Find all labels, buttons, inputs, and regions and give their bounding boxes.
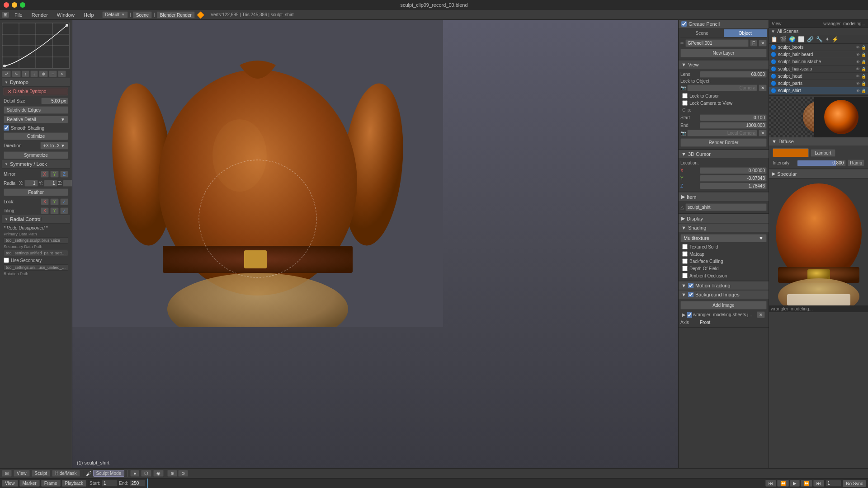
lock-cursor-checkbox[interactable] xyxy=(682,93,688,99)
add-image-btn[interactable]: Add Image xyxy=(680,301,767,310)
lens-input[interactable] xyxy=(700,71,767,78)
ao-checkbox[interactable] xyxy=(682,273,688,278)
tiling-z-btn[interactable]: Z xyxy=(60,207,68,214)
workspace-selector[interactable]: ⊞ xyxy=(2,12,9,18)
shading-header[interactable]: ▼ Shading xyxy=(679,224,769,232)
camera-x-btn[interactable]: ✕ xyxy=(759,84,767,91)
viewport-type-selector[interactable]: Scene xyxy=(133,11,152,19)
matcap-checkbox[interactable] xyxy=(682,251,688,257)
render-border-btn[interactable]: Render Border xyxy=(680,138,767,147)
lock-y-btn[interactable]: Y xyxy=(50,198,59,205)
timeline-view-btn[interactable]: View xyxy=(2,480,18,487)
grease-pencil-header[interactable]: Grease Pencil xyxy=(679,20,769,28)
object-icon-btn[interactable]: ⬜ xyxy=(797,36,806,42)
renderer-selector[interactable]: Blender Render xyxy=(157,11,195,19)
radial-z-input[interactable] xyxy=(63,180,72,187)
item-header[interactable]: ▶ Item xyxy=(679,192,769,201)
tree-item-scalp[interactable]: 🔵 sculpt_hair-scalp 👁 🔒 xyxy=(769,66,868,73)
timeline-frame-btn[interactable]: Frame xyxy=(41,480,61,487)
sync-selector[interactable]: No Sync xyxy=(843,480,866,487)
timeline-ruler[interactable] xyxy=(147,479,764,488)
camera-field[interactable] xyxy=(687,84,757,91)
gp-x-btn[interactable]: ✕ xyxy=(759,40,767,47)
curve-down[interactable]: ↓ xyxy=(30,70,38,77)
menu-window[interactable]: Window xyxy=(53,11,78,19)
shader-lambert-btn[interactable]: Lambert xyxy=(811,149,835,157)
physics-icon[interactable]: ⚡ xyxy=(831,36,840,42)
mirror-y-btn[interactable]: Y xyxy=(50,171,59,178)
local-camera-field[interactable] xyxy=(687,130,757,136)
curve-widget[interactable] xyxy=(2,23,70,69)
curve-remove[interactable]: − xyxy=(49,70,57,77)
menu-file[interactable]: File xyxy=(11,11,26,19)
constraints-icon[interactable]: 🔗 xyxy=(806,36,815,42)
curve-up[interactable]: ↑ xyxy=(22,70,29,77)
textured-solid-checkbox[interactable] xyxy=(682,244,688,249)
solid-mode-btn[interactable]: ● xyxy=(130,470,139,477)
disable-dyntopo-btn[interactable]: ✕ Disable Dyntopo xyxy=(4,88,68,95)
lock-camera-checkbox[interactable] xyxy=(682,100,688,106)
clip-end-input[interactable] xyxy=(700,122,767,129)
symmetrize-btn[interactable]: Symmetrize xyxy=(4,151,68,159)
tl-end-input[interactable] xyxy=(130,480,146,487)
maximize-button[interactable] xyxy=(20,2,25,8)
curve-clear[interactable]: × xyxy=(58,70,66,77)
cursor-x-input[interactable] xyxy=(700,167,767,174)
motion-tracking-header[interactable]: ▼ Motion Tracking xyxy=(679,282,769,290)
tree-item-shirt[interactable]: 🔵 sculpt_shirt 👁 🔒 xyxy=(769,87,868,94)
image-tab[interactable]: wrangler_modeling... xyxy=(821,20,868,28)
ramp-btn[interactable]: Ramp xyxy=(848,160,864,166)
rendered-mode-btn[interactable]: ◉ xyxy=(153,470,164,477)
timeline-marker-btn[interactable]: Marker xyxy=(19,480,40,487)
particles-icon[interactable]: ✦ xyxy=(824,36,830,42)
timeline-playback-btn[interactable]: Playback xyxy=(62,480,87,487)
local-camera-x[interactable]: ✕ xyxy=(759,130,767,136)
optimize-btn[interactable]: Optimize xyxy=(4,132,68,140)
background-images-header[interactable]: ▼ Background Images xyxy=(679,291,769,299)
menu-render[interactable]: Render xyxy=(28,11,52,19)
outliner-icon[interactable]: 📋 xyxy=(770,36,778,42)
detail-size-input[interactable] xyxy=(41,98,68,104)
snap-btn[interactable]: ⊕ xyxy=(167,470,177,477)
display-header[interactable]: ▶ Display xyxy=(679,214,769,223)
render-icon-btn[interactable]: 🎬 xyxy=(779,36,788,42)
specular-header[interactable]: ▶ Specular xyxy=(769,169,868,178)
tree-item-boots[interactable]: 🔵 sculpt_boots 👁 🔒 xyxy=(769,44,868,51)
mirror-z-btn[interactable]: Z xyxy=(60,171,68,178)
cursor-3d-header[interactable]: ▼ 3D Cursor xyxy=(679,150,769,158)
item-name-field[interactable] xyxy=(685,203,767,211)
curve-redo[interactable]: ⤷ xyxy=(12,70,21,77)
prev-frame-btn[interactable]: ⏪ xyxy=(777,480,789,487)
gp-name-field[interactable] xyxy=(685,39,749,47)
feather-btn[interactable]: Feather xyxy=(4,188,68,196)
tl-current-input[interactable] xyxy=(826,480,841,487)
tree-item-mustache[interactable]: 🔵 sculpt_hair-mustache 👁 🔒 xyxy=(769,58,868,66)
use-secondary-checkbox[interactable] xyxy=(4,258,9,263)
global-view-btn[interactable]: ⊞ xyxy=(2,470,12,477)
tree-item-beard[interactable]: 🔵 sculpt_hair-beard 👁 🔒 xyxy=(769,51,868,58)
backface-checkbox[interactable] xyxy=(682,258,688,264)
tiling-y-btn[interactable]: Y xyxy=(50,207,59,214)
diffuse-color-swatch[interactable] xyxy=(773,148,809,157)
view-tab[interactable]: View xyxy=(769,20,784,28)
viewport[interactable]: User Persp xyxy=(72,20,678,468)
motion-tracking-checkbox[interactable] xyxy=(688,283,693,288)
lock-z-btn[interactable]: Z xyxy=(60,198,68,205)
next-frame-btn[interactable]: ⏩ xyxy=(801,480,812,487)
close-button[interactable] xyxy=(4,2,9,8)
direction-selector[interactable]: +X to -X ▼ xyxy=(40,142,68,150)
relative-detail-btn[interactable]: Relative Detail ▼ xyxy=(4,116,68,123)
clip-start-input[interactable] xyxy=(700,114,767,121)
workspace-dropdown[interactable]: Default ▼ xyxy=(102,11,128,18)
hide-mask-btn[interactable]: Hide/Mask xyxy=(52,470,80,477)
dyntopo-header[interactable]: ▼ Dyntopo xyxy=(2,78,70,87)
menu-help[interactable]: Help xyxy=(80,11,98,19)
mirror-x-btn[interactable]: X xyxy=(41,171,49,178)
tiling-x-btn[interactable]: X xyxy=(41,207,49,214)
img-ref-x-btn[interactable]: ✕ xyxy=(757,311,765,318)
new-layer-btn[interactable]: New Layer xyxy=(680,49,767,57)
jump-start-btn[interactable]: ⏮ xyxy=(765,480,776,487)
subdivide-edges-btn[interactable]: Subdivide Edges xyxy=(4,106,68,114)
jump-end-btn[interactable]: ⏭ xyxy=(813,480,824,487)
gp-tab-object[interactable]: Object xyxy=(724,29,767,37)
